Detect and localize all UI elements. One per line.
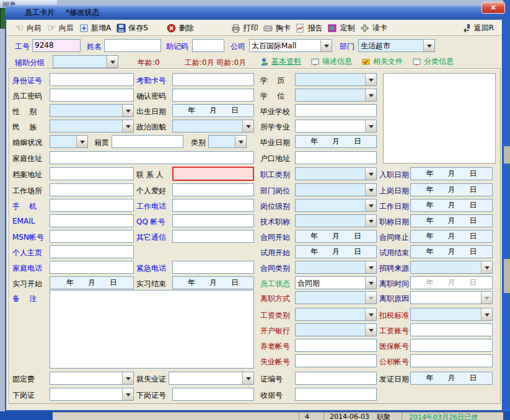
hire-date-input[interactable]: 年 月 日 [410,167,493,180]
ethnicity-select[interactable] [50,120,134,133]
tab-basic-info[interactable]: 基本资料 [259,56,301,67]
chevron-down-icon[interactable] [481,308,492,320]
graduate-school-input[interactable] [295,104,377,117]
chevron-down-icon[interactable] [365,308,376,320]
trial-end-input[interactable]: 年 月 日 [410,245,493,258]
mnemonic-input[interactable] [192,39,224,52]
work-date-input[interactable]: 年 月 日 [410,199,493,212]
chevron-down-icon[interactable] [365,184,376,196]
fixed-fee-select[interactable] [50,372,134,385]
intern-start-input[interactable]: 年 月 日 [50,276,134,289]
confirm-password-input[interactable] [172,89,254,102]
photo-box[interactable] [383,73,496,164]
household-address-input[interactable] [295,151,377,164]
read-card-button[interactable]: 读卡 [358,22,390,34]
emp-password-input[interactable] [50,89,134,102]
cert-no-input[interactable] [295,372,377,385]
company-select[interactable]: 太百国际Mall [249,39,332,52]
aux-group-select[interactable] [53,55,118,68]
chevron-down-icon[interactable] [365,261,376,273]
chevron-down-icon[interactable] [242,372,253,384]
pension-account-input[interactable] [295,339,377,352]
contact-person-input[interactable] [172,167,254,181]
chevron-down-icon[interactable] [107,56,118,68]
receipt-no-input[interactable] [295,388,377,401]
native-place-input[interactable] [112,135,183,148]
chevron-down-icon[interactable] [365,199,376,211]
recruit-source-select[interactable] [410,261,493,274]
save-button[interactable]: 保存S [113,22,151,34]
salary-account-input[interactable] [410,323,493,336]
qq-input[interactable] [172,214,254,227]
email-input[interactable] [50,214,134,227]
chevron-down-icon[interactable] [235,136,246,147]
chevron-down-icon[interactable] [365,324,376,336]
contract-end-input[interactable]: 年 月 日 [410,230,493,243]
graduate-date-input[interactable]: 年 月 日 [295,135,377,148]
dept-select[interactable]: 生活超市 [358,39,435,52]
chevron-down-icon[interactable] [242,120,253,132]
chevron-down-icon[interactable] [365,168,376,180]
political-status-select[interactable] [172,120,254,133]
chevron-down-icon[interactable] [122,388,133,400]
name-input[interactable] [104,39,161,52]
position-level-select[interactable] [295,199,377,212]
major-select[interactable] [295,120,377,133]
title-date-input[interactable]: 年 月 日 [410,214,493,227]
tax-standard-select[interactable] [410,308,493,321]
chevron-down-icon[interactable] [122,372,133,384]
chevron-down-icon[interactable] [365,74,376,85]
birth-date-input[interactable]: 年 月 日 [172,104,254,117]
chevron-down-icon[interactable] [365,120,376,132]
home-address-input[interactable] [50,151,254,164]
contract-start-input[interactable]: 年 月 日 [295,230,377,243]
customize-button[interactable]: 定制 [325,22,358,34]
return-button[interactable]: 返回R [459,22,496,34]
delete-button[interactable]: 删除 [164,22,196,34]
hobbies-input[interactable] [172,183,254,196]
file-address-input[interactable] [50,167,134,180]
workplace-input[interactable] [50,183,134,196]
chevron-down-icon[interactable] [423,40,434,51]
emp-no-input[interactable]: 9248 [32,39,81,52]
staff-category-select[interactable] [295,167,377,180]
emp-status-select[interactable]: 合同期 [295,276,377,289]
add-button[interactable]: 新增A [76,22,113,34]
chevron-down-icon[interactable] [365,89,376,101]
unemployment-cert-select[interactable] [169,372,254,385]
education-select[interactable] [295,73,377,86]
onboard-date-input[interactable]: 年 月 日 [410,183,493,196]
badge-button[interactable]: 胸卡 [261,22,293,34]
category-select[interactable] [208,135,247,148]
chevron-down-icon[interactable] [365,277,376,289]
chevron-down-icon[interactable] [365,215,376,227]
print-button[interactable]: 打印 [229,22,261,34]
emergency-phone-input[interactable] [172,261,254,274]
chevron-down-icon[interactable] [122,105,133,116]
contract-type-select[interactable] [295,261,377,274]
mobile-input[interactable] [50,199,134,212]
close-button[interactable]: × [481,2,505,14]
marital-status-select[interactable] [50,135,88,148]
tab-classification[interactable]: 分类信息 [411,56,454,67]
layoff-cert-select[interactable] [50,388,134,401]
unemployment-account-input[interactable] [295,354,377,367]
fund-account-input[interactable] [410,354,493,367]
chevron-down-icon[interactable] [481,261,492,273]
cert-issue-date-input[interactable]: 年 月 日 [410,372,493,385]
chevron-down-icon[interactable] [76,136,87,147]
layoff-cert-no-input[interactable] [172,388,254,401]
nav-next-button[interactable]: ☞ 向后 [44,22,76,34]
id-card-no-input[interactable] [50,73,134,86]
tech-title-select[interactable] [295,214,377,227]
salary-category-select[interactable] [295,308,377,321]
degree-select[interactable] [295,89,377,102]
remarks-textarea[interactable] [50,290,254,369]
home-phone-input[interactable] [50,261,134,274]
gender-select[interactable] [50,104,134,117]
title-bar[interactable]: 员工卡片 *修改状态 [5,5,503,20]
report-button[interactable]: 报告 [293,22,325,34]
intern-end-input[interactable]: 年 月 日 [172,276,254,289]
work-phone-input[interactable] [172,199,254,212]
bank-select[interactable] [295,323,377,336]
